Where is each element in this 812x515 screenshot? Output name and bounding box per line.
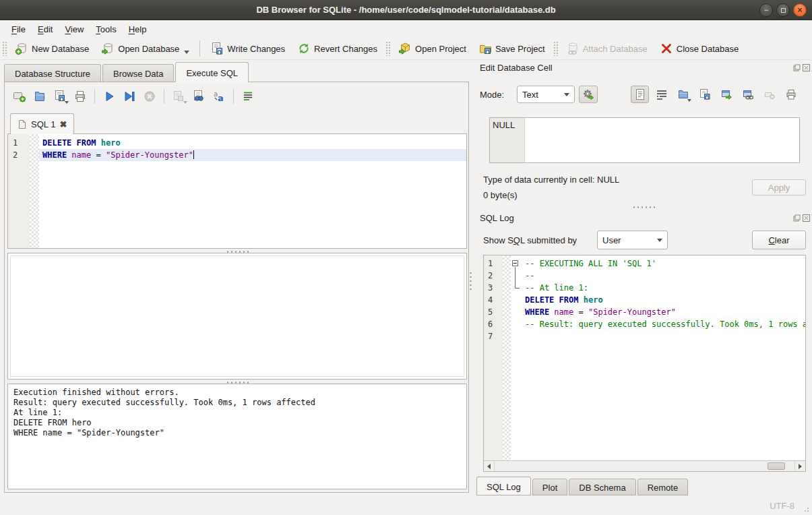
attach-database-label: Attach Database xyxy=(583,44,648,54)
log-code: -- EXECUTING ALL IN 'SQL 1'---- At line … xyxy=(522,255,805,460)
mode-select[interactable]: Text xyxy=(517,86,575,103)
save-sql-file-button[interactable] xyxy=(51,88,69,105)
clear-log-button[interactable]: Clear xyxy=(752,231,806,249)
scroll-right-arrow[interactable] xyxy=(794,461,805,471)
stop-button xyxy=(140,88,159,105)
float-dock-icon[interactable] xyxy=(793,64,801,71)
menu-edit[interactable]: Edit xyxy=(32,22,59,37)
close-dock-icon[interactable] xyxy=(803,64,810,71)
open-project-button[interactable]: Open Project xyxy=(392,40,472,57)
auto-apply-button[interactable] xyxy=(579,86,598,103)
results-grid[interactable] xyxy=(7,253,467,380)
tab-database-structure[interactable]: Database Structure xyxy=(4,64,101,82)
cell-word-wrap-button[interactable] xyxy=(652,86,670,103)
database-new-icon xyxy=(15,42,28,55)
open-sql-file-button[interactable] xyxy=(30,88,49,105)
import-data-button[interactable] xyxy=(674,86,692,103)
log-fold-margin[interactable] xyxy=(511,255,522,460)
mode-value: Text xyxy=(522,90,538,100)
log-line-numbers: 1234567 xyxy=(484,255,503,460)
close-database-button[interactable]: Close Database xyxy=(654,40,745,57)
close-sql-tab-icon[interactable]: ✖ xyxy=(59,119,67,129)
editor-margin xyxy=(30,134,39,248)
execution-message-pane[interactable]: Execution finished without errors.Result… xyxy=(7,384,467,489)
copy-link-button[interactable] xyxy=(739,86,757,103)
encoding-indicator[interactable]: UTF-8 xyxy=(770,501,794,511)
save-results-dropdown-icon xyxy=(183,101,187,104)
cell-value-editor[interactable]: NULL xyxy=(489,117,800,163)
tab-db-schema[interactable]: DB Schema xyxy=(569,479,635,495)
tab-browse-data[interactable]: Browse Data xyxy=(102,64,174,82)
print-cell-button[interactable] xyxy=(782,86,800,103)
close-database-icon xyxy=(660,42,673,55)
menu-tools[interactable]: Tools xyxy=(90,22,122,37)
open-database-button[interactable]: Open Database xyxy=(95,40,195,57)
log-filter-select[interactable]: User xyxy=(597,231,668,249)
open-project-icon xyxy=(398,42,412,55)
new-sql-tab-icon xyxy=(13,90,26,103)
editor-code[interactable]: DELETE FROM heroWHERE name = "Spider-You… xyxy=(39,134,466,248)
tab-execute-sql[interactable]: Execute SQL xyxy=(175,62,249,82)
save-sql-dropdown-icon[interactable] xyxy=(65,101,69,104)
save-project-label: Save Project xyxy=(495,44,545,54)
open-in-external-icon xyxy=(720,88,732,100)
find-replace-button[interactable] xyxy=(189,88,208,105)
sql-1-tab[interactable]: SQL 1 ✖ xyxy=(10,113,74,134)
mode-label: Mode: xyxy=(480,90,504,100)
export-data-button[interactable] xyxy=(695,86,714,103)
print-icon xyxy=(73,90,87,103)
close-dock-icon[interactable] xyxy=(803,214,810,222)
save-project-button[interactable]: Save Project xyxy=(472,40,551,57)
copy-link-icon xyxy=(742,88,754,100)
print-icon xyxy=(785,88,797,100)
dock-splitter[interactable] xyxy=(632,206,655,208)
menu-file[interactable]: File xyxy=(5,22,32,37)
cell-type-text: Type of data currently in cell: NULL xyxy=(483,175,619,185)
set-null-icon xyxy=(763,88,776,100)
revert-changes-label: Revert Changes xyxy=(314,44,377,54)
minimize-button[interactable]: − xyxy=(759,3,773,17)
menu-help[interactable]: Help xyxy=(123,22,153,37)
panel-splitter[interactable] xyxy=(470,271,472,291)
maximize-button[interactable] xyxy=(776,3,790,17)
sql-editor[interactable]: 12 DELETE FROM heroWHERE name = "Spider-… xyxy=(7,133,467,249)
print-sql-button[interactable] xyxy=(71,88,90,105)
word-wrap-button[interactable] xyxy=(239,88,257,105)
find-replace-icon xyxy=(192,90,206,103)
dock-tab-bar: SQL Log Plot DB Schema Remote xyxy=(476,477,689,495)
execute-current-line-button[interactable] xyxy=(120,88,139,105)
toolbar-separator xyxy=(199,40,200,57)
import-dropdown-icon[interactable] xyxy=(687,99,691,102)
tab-sql-log[interactable]: SQL Log xyxy=(476,477,531,495)
toolbar-handle xyxy=(385,41,390,56)
set-null-button xyxy=(760,86,778,103)
scrollbar-thumb[interactable] xyxy=(768,462,785,470)
scroll-left-arrow[interactable] xyxy=(484,461,495,471)
open-in-external-button[interactable] xyxy=(717,86,735,103)
sql-tab-label: SQL 1 xyxy=(31,119,55,129)
new-sql-tab-button[interactable] xyxy=(10,88,29,105)
main-tab-bar: Database Structure Browse Data Execute S… xyxy=(4,62,250,82)
log-horizontal-scrollbar[interactable] xyxy=(484,460,805,471)
tab-plot[interactable]: Plot xyxy=(532,479,567,495)
editor-line-numbers: 12 xyxy=(8,134,30,248)
open-database-label: Open Database xyxy=(118,44,179,54)
auto-format-button[interactable]: a a xyxy=(210,88,228,105)
write-changes-button[interactable]: Write Changes xyxy=(204,40,291,57)
sql-log-view[interactable]: 1234567 -- EXECUTING ALL IN 'SQL 1'---- … xyxy=(483,255,806,472)
float-dock-icon[interactable] xyxy=(793,214,801,222)
close-button[interactable]: × xyxy=(793,3,807,17)
open-project-label: Open Project xyxy=(415,44,466,54)
execute-all-button[interactable] xyxy=(100,88,119,105)
resize-grip[interactable] xyxy=(801,504,810,513)
apply-button: Apply xyxy=(752,179,806,195)
cell-editor-toolbar xyxy=(631,86,800,103)
main-toolbar: New Database Open Database Write Changes… xyxy=(0,38,812,60)
tab-remote[interactable]: Remote xyxy=(637,479,689,495)
revert-changes-button[interactable]: Revert Changes xyxy=(291,40,383,57)
new-database-button[interactable]: New Database xyxy=(9,40,95,57)
open-database-dropdown-icon[interactable] xyxy=(184,51,189,54)
chevron-down-icon xyxy=(657,239,662,242)
menu-view[interactable]: View xyxy=(59,22,90,37)
text-mode-button[interactable] xyxy=(631,86,649,103)
